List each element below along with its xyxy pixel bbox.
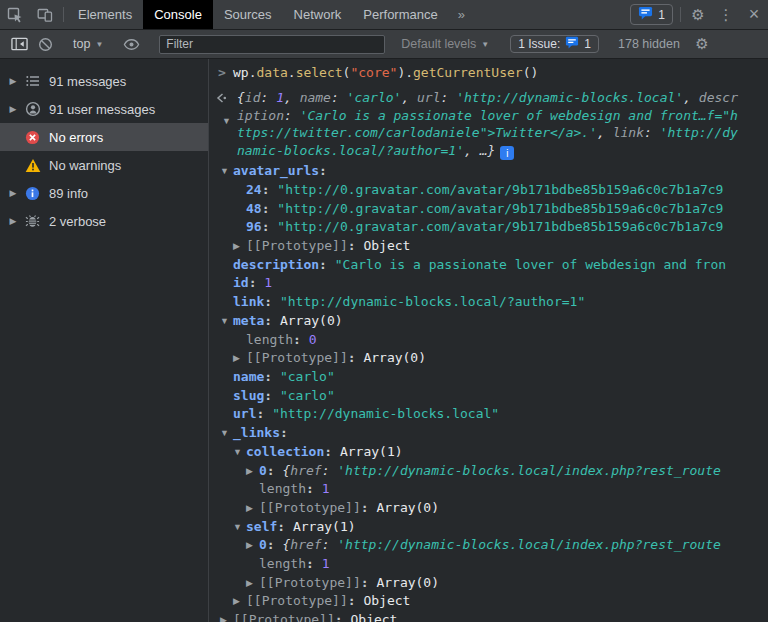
expand-icon[interactable]: ▶ [220,611,233,622]
tree-row[interactable]: 96: "http://0.gravatar.com/avatar/9b171b… [209,218,768,237]
expander-icon[interactable]: ▶ [0,104,20,114]
console-prompt-icon: > [218,63,226,83]
tree-row[interactable]: ▼_links: [209,424,768,443]
collapse-icon[interactable]: ▼ [220,312,233,331]
tree-row[interactable]: 24: "http://0.gravatar.com/avatar/9b171b… [209,181,768,200]
clear-console-icon[interactable] [32,33,58,55]
code-segment-val: Array(0) [376,500,439,515]
code-segment-key: 24 [246,182,262,197]
sidebar-item-no-errors[interactable]: No errors [0,123,208,151]
tab-performance[interactable]: Performance [352,0,448,29]
tree-row[interactable]: name: "carlo" [209,368,768,387]
object-expander-icon[interactable]: ▼ [222,116,231,126]
code-segment-key: link [233,294,264,309]
tree-row[interactable]: 48: "http://0.gravatar.com/avatar/9b171b… [209,200,768,219]
sidebar-item-91-messages[interactable]: ▶91 messages [0,67,208,95]
code-segment-pkey: id [245,90,261,105]
tree-row[interactable]: ▶[[Prototype]]: Array(0) [209,574,768,593]
tab-network[interactable]: Network [283,0,353,29]
code-segment-str: "http://0.gravatar.com/avatar/9b171bdbe8… [277,219,723,234]
tree-row[interactable]: ▶[[Prototype]]: Object [209,611,768,622]
code-segment-key: avatar_urls [233,163,319,178]
console-settings-gear-icon[interactable]: ⚙ [688,35,716,53]
tab-sources[interactable]: Sources [213,0,283,29]
javascript-context-selector[interactable]: top ▼ [65,37,111,51]
tree-row[interactable]: length: 1 [209,555,768,574]
code-segment-dim: [[Prototype]] [259,500,361,515]
sidebar-item-91-user-messages[interactable]: ▶91 user messages [0,95,208,123]
collapse-icon[interactable]: ▼ [233,518,246,537]
expand-icon[interactable]: ▶ [246,574,259,593]
code-segment-punct: . [288,65,296,80]
sidebar-item-89-info[interactable]: ▶89 info [0,179,208,207]
console-toolbar: top ▼ Default levels ▼ 1 Issue: 1 178 hi… [0,30,768,59]
log-levels-dropdown[interactable]: Default levels ▼ [391,37,499,51]
device-toolbar-icon[interactable] [30,0,60,29]
expand-icon[interactable]: ▶ [246,499,259,518]
code-segment-val: Object [350,612,397,622]
tree-row[interactable]: ▶0: {href: 'http://dynamic-blocks.local/… [209,462,768,481]
tree-row[interactable]: slug: "carlo" [209,387,768,406]
tree-row[interactable]: ▼collection: Array(1) [209,443,768,462]
code-segment-pstr: 'http://dynamic-blocks.local/index.php?r… [337,463,721,478]
tree-row[interactable]: ▶[[Prototype]]: Object [209,592,768,611]
tree-row[interactable]: description: "Carlo is a passionate love… [209,256,768,275]
code-segment-key: _links [233,425,280,440]
console-messages: > wp.data.select("core").getCurrentUser(… [209,59,768,622]
message-info-icon[interactable]: i [500,146,514,160]
code-segment-pkey: url [417,90,440,105]
expand-icon[interactable]: ▶ [233,349,246,368]
issues-pill-button[interactable]: 1 Issue: 1 [510,35,599,53]
tree-row[interactable]: link: "http://dynamic-blocks.local/?auth… [209,293,768,312]
expander-icon[interactable]: ▶ [0,216,20,226]
code-segment-pkey: href [290,463,321,478]
sidebar-item-no-warnings[interactable]: No warnings [0,151,208,179]
code-segment-colon: : [264,369,280,384]
console-command-row: > wp.data.select("core").getCurrentUser(… [209,63,768,83]
code-segment-colon: : [348,593,364,608]
code-segment-colon: : [361,500,377,515]
tabbar-right-icons: 1 ⚙ ⋮ × [626,0,768,29]
tree-row[interactable]: ▶0: {href: 'http://dynamic-blocks.local/… [209,536,768,555]
console-result-row: ▼ {id: 1, name: 'carlo', url: 'http://dy… [209,89,768,622]
code-segment-colon: : [277,519,293,534]
tree-row[interactable]: length: 1 [209,480,768,499]
user-icon [24,101,41,118]
collapse-icon[interactable]: ▼ [220,162,233,181]
code-segment-prop: select [296,65,343,80]
kebab-menu-icon[interactable]: ⋮ [712,0,740,29]
filter-input[interactable] [159,35,385,54]
tree-row[interactable]: ▼meta: Array(0) [209,312,768,331]
expand-icon[interactable]: ▶ [246,536,259,555]
chevron-down-icon: ▼ [481,40,489,49]
tab-elements[interactable]: Elements [67,0,143,29]
inspect-element-icon[interactable] [0,0,30,29]
settings-gear-icon[interactable]: ⚙ [684,0,712,29]
tab-console[interactable]: Console [143,0,213,29]
tree-row[interactable]: id: 1 [209,274,768,293]
close-devtools-icon[interactable]: × [740,0,768,29]
live-expression-eye-icon[interactable] [118,33,144,55]
tree-row[interactable]: ▶[[Prototype]]: Object [209,237,768,256]
tree-row[interactable]: ▶[[Prototype]]: Array(0) [209,499,768,518]
issues-counter-button[interactable]: 1 [630,4,673,25]
code-segment-colon: : [348,238,364,253]
expand-icon[interactable]: ▶ [246,462,259,481]
sidebar-item-label: 2 verbose [49,214,106,229]
expand-icon[interactable]: ▶ [233,237,246,256]
code-segment-num: 1 [322,481,330,496]
tree-row[interactable]: ▶[[Prototype]]: Array(0) [209,349,768,368]
console-sidebar-toggle-icon[interactable] [6,33,32,55]
collapse-icon[interactable]: ▼ [233,443,246,462]
tree-row[interactable]: url: "http://dynamic-blocks.local" [209,405,768,424]
tree-row[interactable]: length: 0 [209,331,768,350]
tree-row[interactable]: ▼self: Array(1) [209,518,768,537]
more-tabs-button[interactable]: » [449,0,474,29]
code-segment-pnum: 1 [276,90,284,105]
tree-row[interactable]: ▼avatar_urls: [209,162,768,181]
expander-icon[interactable]: ▶ [0,76,20,86]
sidebar-item-2-verbose[interactable]: ▶2 verbose [0,207,208,235]
collapse-icon[interactable]: ▼ [220,424,233,443]
expander-icon[interactable]: ▶ [0,188,20,198]
expand-icon[interactable]: ▶ [233,592,246,611]
